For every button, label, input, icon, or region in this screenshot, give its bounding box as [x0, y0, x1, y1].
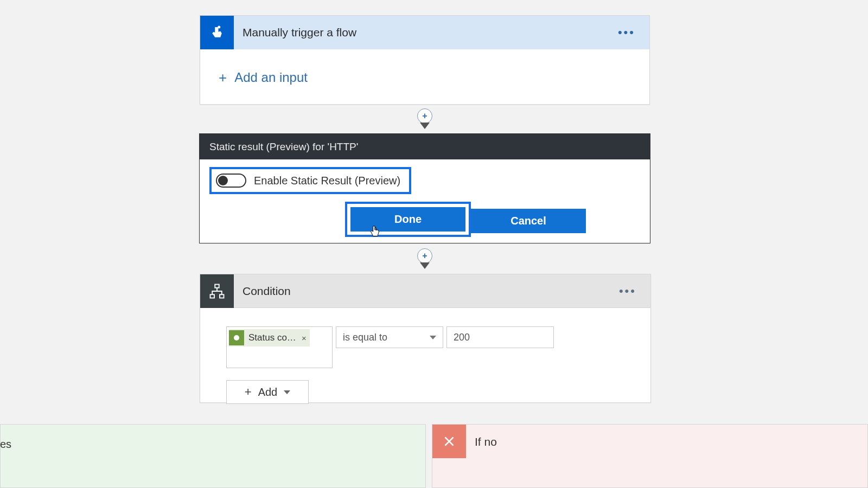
enable-static-result-label: Enable Static Result (Preview) — [254, 175, 400, 187]
condition-header[interactable]: Condition ••• — [200, 274, 650, 308]
insert-step-2[interactable]: + — [417, 248, 433, 274]
chevron-down-icon — [430, 336, 436, 339]
insert-step-1[interactable]: + — [417, 108, 433, 134]
plus-icon: + — [245, 385, 252, 399]
condition-rule-row: Status co… × is equal to 200 — [226, 326, 624, 368]
condition-icon — [200, 274, 234, 308]
token-remove-button[interactable]: × — [302, 333, 307, 343]
dynamic-content-icon — [229, 330, 244, 345]
insert-step-plus-icon: + — [417, 108, 432, 124]
done-button[interactable]: Done — [350, 207, 465, 232]
static-result-card: Static result (Preview) for 'HTTP' Enabl… — [199, 133, 650, 243]
svg-rect-1 — [215, 284, 219, 287]
svg-rect-2 — [210, 294, 215, 298]
condition-card: Condition ••• Status co… × is equal to — [200, 274, 651, 403]
insert-step-plus-icon: + — [417, 248, 432, 264]
add-input-button[interactable]: + Add an input — [219, 70, 308, 85]
trigger-header[interactable]: Manually trigger a flow ••• — [200, 16, 649, 49]
enable-static-result-highlight: Enable Static Result (Preview) — [209, 167, 411, 194]
toggle-knob — [218, 176, 228, 185]
trigger-card: Manually trigger a flow ••• + Add an inp… — [200, 15, 650, 105]
add-input-label: Add an input — [234, 70, 308, 85]
svg-point-0 — [218, 26, 220, 29]
if-yes-branch[interactable] — [0, 424, 426, 488]
if-no-branch[interactable]: If no — [432, 424, 868, 488]
arrow-down-icon — [420, 262, 430, 269]
trigger-body: + Add an input — [200, 49, 649, 105]
svg-rect-3 — [220, 294, 224, 298]
condition-more-menu[interactable]: ••• — [605, 284, 650, 298]
if-yes-label-partial: es — [0, 438, 11, 451]
arrow-down-icon — [420, 123, 430, 129]
trigger-more-menu[interactable]: ••• — [604, 25, 649, 40]
done-button-highlight: Done — [345, 202, 471, 237]
condition-value: 200 — [454, 332, 470, 343]
condition-title: Condition — [242, 285, 291, 298]
token-label: Status co… — [248, 332, 296, 343]
static-result-header: Static result (Preview) for 'HTTP' — [200, 134, 650, 159]
condition-operator-select[interactable]: is equal to — [336, 326, 443, 348]
chevron-down-icon — [284, 390, 290, 394]
condition-left-operand[interactable]: Status co… × — [226, 326, 333, 368]
if-no-icon — [432, 425, 466, 458]
plus-icon: + — [219, 70, 227, 85]
if-no-label: If no — [475, 435, 497, 448]
status-code-token: Status co… × — [229, 329, 310, 346]
cancel-button[interactable]: Cancel — [471, 209, 586, 233]
condition-value-input[interactable]: 200 — [446, 326, 554, 348]
add-condition-label: Add — [258, 386, 278, 399]
manual-trigger-icon — [200, 16, 234, 49]
trigger-title: Manually trigger a flow — [242, 26, 356, 39]
enable-static-result-toggle[interactable] — [216, 174, 246, 188]
operator-label: is equal to — [343, 332, 387, 343]
add-condition-button[interactable]: + Add — [226, 380, 309, 404]
